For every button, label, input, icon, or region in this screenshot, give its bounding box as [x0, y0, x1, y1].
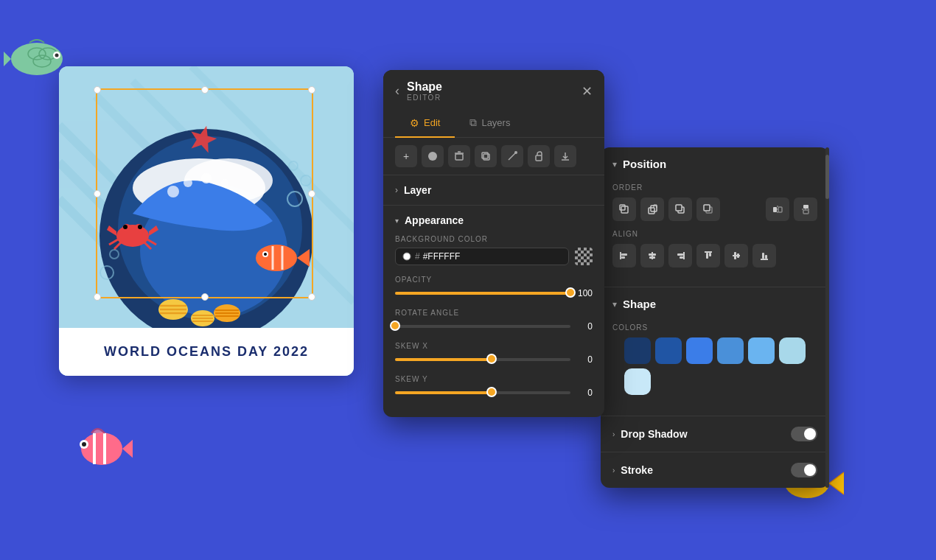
color-swatch-7[interactable]: [624, 368, 651, 395]
bring-forward-button[interactable]: [640, 197, 664, 221]
svg-point-73: [403, 253, 411, 260]
skew-x-slider-fill: [395, 358, 492, 361]
color-swatch-3[interactable]: [686, 337, 713, 364]
shape-section: ▾ Shape COLORS: [601, 287, 829, 416]
svg-rect-65: [455, 154, 463, 160]
opacity-row: OPACITY 100: [395, 276, 593, 298]
position-panel: ▾ Position ORDER: [601, 147, 829, 488]
align-right-button[interactable]: [668, 244, 692, 267]
color-picker-icon: [402, 251, 412, 262]
svg-marker-59: [122, 438, 133, 459]
add-button[interactable]: +: [395, 145, 417, 167]
svg-rect-98: [706, 253, 708, 259]
position-section: ▾ Position ORDER: [601, 147, 829, 287]
skew-y-row: SKEW Y 0: [395, 375, 593, 398]
layer-section[interactable]: › Layer: [383, 175, 604, 206]
delete-button[interactable]: [448, 145, 470, 167]
stroke-toggle[interactable]: [791, 463, 817, 477]
rotate-row: ROTATE ANGLE 0: [395, 309, 593, 332]
color-swatch-6[interactable]: [779, 337, 806, 364]
opacity-slider-thumb[interactable]: [565, 287, 576, 298]
svg-rect-69: [482, 153, 488, 158]
bring-to-front-button[interactable]: [612, 197, 636, 221]
drop-shadow-row[interactable]: › Drop Shadow: [601, 416, 829, 452]
duplicate-button[interactable]: [475, 145, 497, 167]
tab-layers[interactable]: ⧉ Layers: [455, 109, 525, 138]
align-bottom-button[interactable]: [752, 244, 776, 267]
drop-shadow-chevron-icon: ›: [612, 430, 615, 438]
download-button[interactable]: [554, 145, 576, 167]
send-backward-button[interactable]: [668, 197, 692, 221]
svg-point-12: [167, 186, 179, 197]
svg-rect-75: [620, 205, 625, 210]
bg-color-label: BACKGROUND COLOR: [395, 235, 593, 243]
svg-rect-68: [483, 154, 489, 160]
editor-toolbar: +: [383, 138, 604, 175]
align-middle-v-button[interactable]: [724, 244, 748, 267]
drop-shadow-label: Drop Shadow: [621, 428, 687, 440]
svg-rect-79: [676, 205, 682, 211]
svg-point-20: [123, 225, 128, 229]
skew-y-slider-thumb[interactable]: [486, 387, 497, 397]
opacity-slider-fill: [395, 292, 570, 295]
svg-rect-105: [765, 255, 767, 259]
shape-colors-row: [612, 337, 817, 405]
skew-y-slider-track[interactable]: [395, 391, 570, 394]
color-swatch-1[interactable]: [624, 337, 651, 364]
align-left-button[interactable]: [612, 244, 636, 267]
layer-title: Layer: [404, 184, 431, 196]
lock-button[interactable]: [528, 145, 550, 167]
position-section-header[interactable]: ▾ Position: [601, 147, 829, 181]
drop-shadow-toggle[interactable]: [791, 427, 817, 441]
close-button[interactable]: ✕: [581, 83, 593, 99]
svg-rect-90: [621, 256, 625, 259]
color-swatch-5[interactable]: [748, 337, 775, 364]
svg-marker-52: [4, 48, 11, 70]
flip-vertical-button[interactable]: [794, 197, 817, 221]
opacity-label: OPACITY: [395, 276, 593, 284]
shape-editor-panel: ‹ Shape EDITOR ✕ ⚙ Edit ⧉ Layers +: [383, 70, 604, 417]
drop-shadow-toggle-knob: [804, 428, 816, 440]
layers-icon: ⧉: [469, 116, 477, 129]
color-swatch-4[interactable]: [717, 337, 744, 364]
tab-edit[interactable]: ⚙ Edit: [395, 109, 455, 138]
appearance-section: ▾ Appearance BACKGROUND COLOR # #FFFFFF …: [383, 206, 604, 417]
skew-x-slider-thumb[interactable]: [486, 354, 497, 364]
svg-rect-81: [704, 205, 710, 211]
svg-point-14: [201, 173, 212, 183]
align-center-h-button[interactable]: [640, 244, 664, 267]
svg-rect-85: [803, 205, 808, 209]
send-to-back-button[interactable]: [696, 197, 720, 221]
svg-point-21: [138, 225, 142, 229]
align-icons: [612, 244, 817, 267]
svg-rect-96: [680, 256, 683, 259]
svg-point-70: [514, 151, 517, 154]
appearance-content: BACKGROUND COLOR # #FFFFFF OPACITY 100: [383, 235, 604, 417]
fill-button[interactable]: [422, 145, 444, 167]
appearance-chevron-icon: ▾: [395, 217, 399, 225]
skew-y-value: 0: [578, 388, 593, 398]
rotate-slider-track[interactable]: [395, 325, 570, 328]
stroke-row[interactable]: › Stroke: [601, 452, 829, 488]
opacity-value: 100: [578, 288, 593, 298]
svg-rect-93: [649, 256, 655, 259]
shape-colors-content: COLORS: [601, 321, 829, 416]
skew-x-slider-track[interactable]: [395, 358, 570, 361]
svg-rect-84: [778, 207, 782, 212]
rotate-slider-thumb[interactable]: [390, 321, 400, 331]
edit-path-button[interactable]: [501, 145, 523, 167]
shape-section-header[interactable]: ▾ Shape: [601, 287, 829, 321]
appearance-section-header[interactable]: ▾ Appearance: [383, 206, 604, 235]
svg-rect-101: [734, 252, 736, 259]
back-button[interactable]: ‹: [395, 83, 399, 99]
flip-buttons: [724, 197, 817, 221]
svg-point-64: [428, 152, 437, 161]
panel-header: ‹ Shape EDITOR ✕: [383, 70, 604, 109]
color-swatch-2[interactable]: [655, 337, 682, 364]
shape-title: Shape: [623, 298, 656, 310]
opacity-slider-track[interactable]: [395, 292, 570, 295]
panel-title: Shape: [407, 80, 442, 94]
flip-horizontal-button[interactable]: [766, 197, 789, 221]
align-top-button[interactable]: [696, 244, 720, 267]
svg-rect-89: [621, 253, 627, 256]
